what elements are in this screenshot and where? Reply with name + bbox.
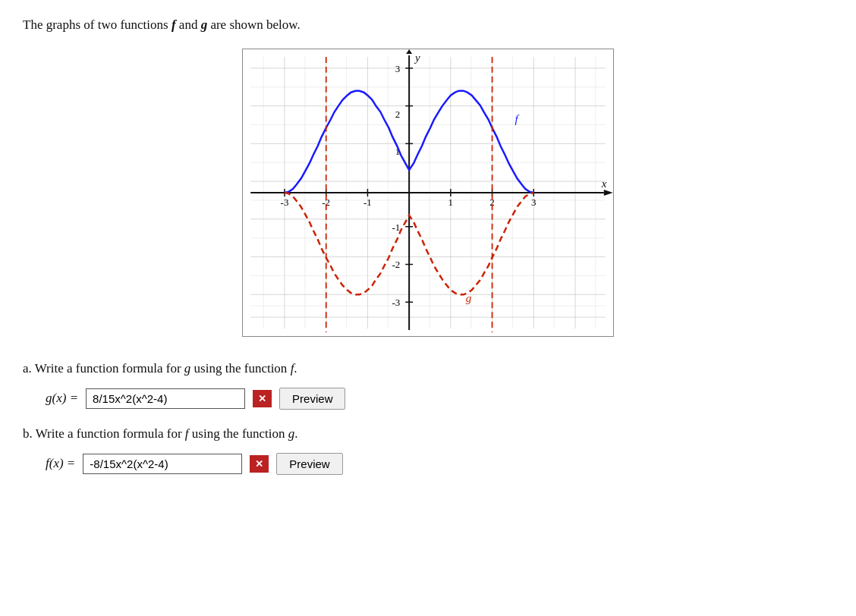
part-a-answer-row: g(x) = ✕ Preview (46, 388, 833, 410)
part-b-answer-row: f(x) = ✕ Preview (46, 453, 833, 475)
svg-text:-3: -3 (392, 297, 400, 308)
part-a-clear-button[interactable]: ✕ (253, 390, 272, 407)
part-b-var2: g (288, 426, 295, 441)
part-b-label: b. (23, 426, 33, 441)
part-a-label: a. (23, 361, 32, 376)
graph-area: -3 -2 -1 1 2 3 1 2 3 -1 -2 -3 x y f g (242, 49, 614, 337)
graph-container: -3 -2 -1 1 2 3 1 2 3 -1 -2 -3 x y f g (23, 49, 833, 337)
part-a-var: g (184, 361, 191, 376)
svg-text:-1: -1 (363, 196, 372, 207)
part-a-input[interactable] (86, 388, 245, 409)
g-label: g (201, 17, 208, 32)
svg-text:y: y (414, 51, 420, 63)
svg-text:1: 1 (448, 196, 453, 207)
part-b-answer-label: f(x) = (46, 456, 75, 471)
part-a-section: a. Write a function formula for g using … (23, 358, 833, 410)
part-a-question: a. Write a function formula for g using … (23, 358, 833, 379)
part-a-answer-label: g(x) = (46, 391, 78, 406)
part-b-section: b. Write a function formula for f using … (23, 423, 833, 475)
part-b-input[interactable] (83, 454, 242, 474)
svg-marker-35 (406, 49, 412, 54)
part-a-preview-button[interactable]: Preview (279, 388, 345, 410)
part-b-clear-button[interactable]: ✕ (250, 455, 269, 473)
svg-text:-1: -1 (392, 221, 400, 232)
f-curve-label: f (515, 113, 519, 125)
f-label: f (172, 17, 176, 32)
svg-text:-2: -2 (392, 259, 400, 270)
svg-text:2: 2 (395, 108, 400, 119)
part-b-question: b. Write a function formula for f using … (23, 423, 833, 444)
g-curve-label: g (466, 292, 472, 304)
part-b-preview-button[interactable]: Preview (276, 453, 342, 475)
and-text: and (179, 17, 198, 32)
intro-paragraph: The graphs of two functions f and g are … (23, 15, 833, 35)
svg-marker-34 (604, 190, 613, 196)
graph-svg: -3 -2 -1 1 2 3 1 2 3 -1 -2 -3 x y f g (243, 49, 613, 336)
svg-text:3: 3 (531, 196, 536, 207)
svg-text:3: 3 (395, 62, 400, 74)
svg-text:-3: -3 (281, 196, 289, 207)
svg-text:x: x (601, 178, 607, 190)
part-b-var: f (185, 426, 189, 441)
part-a-var2: f (291, 361, 294, 376)
